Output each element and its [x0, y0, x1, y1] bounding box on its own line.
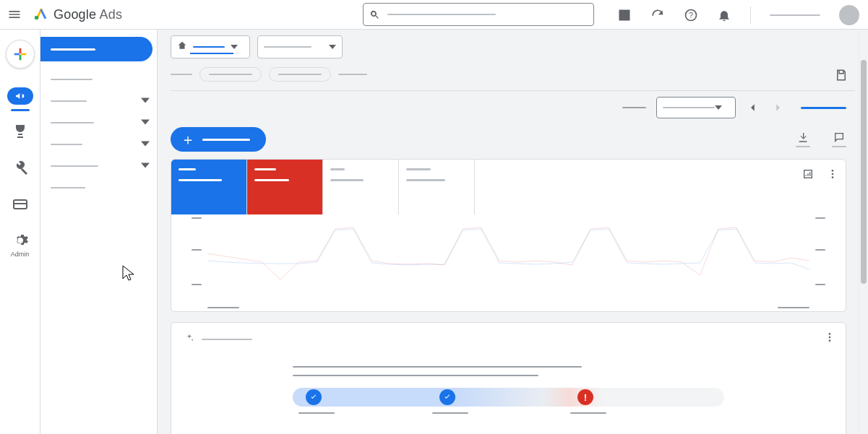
filter-chip[interactable] — [269, 67, 331, 82]
admin-label: Admin — [11, 251, 30, 258]
metric-value — [254, 179, 289, 181]
sidenav-item[interactable] — [40, 134, 157, 155]
date-prev-button[interactable] — [746, 99, 760, 116]
metric-tab-impr[interactable] — [247, 160, 323, 214]
scope-selector[interactable] — [257, 35, 343, 58]
performance-chart-card — [171, 159, 846, 312]
sidenav-item-label — [51, 187, 85, 188]
date-range-label — [663, 107, 715, 108]
svg-point-14 — [829, 337, 831, 339]
tools-nav[interactable] — [12, 160, 29, 177]
chevron-down-icon — [141, 160, 150, 173]
download-button[interactable] — [796, 131, 810, 147]
expand-chart-button[interactable] — [802, 168, 814, 183]
svg-point-13 — [829, 333, 831, 335]
y-tick — [815, 217, 825, 219]
filter-chip[interactable] — [199, 67, 262, 82]
chevron-down-icon — [715, 101, 722, 114]
card-menu-button[interactable] — [827, 168, 838, 183]
chart-series-clicks — [207, 229, 809, 269]
scrollbar-thumb[interactable] — [861, 60, 867, 284]
plus-multicolor-icon — [12, 46, 28, 62]
admin-nav[interactable]: Admin — [12, 232, 29, 258]
chevron-down-icon — [231, 40, 238, 53]
metric-tab-clicks[interactable] — [171, 160, 247, 214]
scope-row — [158, 30, 868, 58]
account-selector[interactable] — [171, 35, 250, 58]
sidenav-item[interactable] — [40, 90, 157, 112]
sidenav-item[interactable] — [40, 177, 157, 199]
search-icon — [369, 9, 380, 20]
workspace: ＋ — [158, 30, 868, 434]
active-tab-indicator — [801, 107, 846, 109]
appearance-button[interactable] — [617, 8, 632, 22]
vertical-scrollbar[interactable] — [859, 30, 868, 434]
metric-value — [179, 179, 222, 181]
sidenav-item-label — [51, 79, 93, 80]
account-avatar[interactable] — [839, 5, 859, 25]
stepper-subheading — [293, 375, 538, 376]
metric-tabs — [171, 160, 846, 214]
toolbar-label — [622, 107, 646, 108]
feedback-button[interactable] — [832, 131, 846, 147]
metric-tab-cost[interactable] — [399, 160, 475, 214]
card-actions — [802, 168, 838, 183]
svg-point-11 — [832, 173, 834, 175]
top-bar: Google Ads ? — [0, 0, 868, 30]
product-name: Google Ads — [53, 7, 122, 22]
search-input[interactable] — [363, 3, 594, 26]
goals-nav[interactable] — [12, 123, 29, 141]
help-button[interactable]: ? — [684, 8, 698, 22]
product-logo[interactable]: Google Ads — [33, 5, 122, 24]
sidenav-item-label — [51, 165, 98, 167]
chart-area — [171, 214, 846, 311]
svg-point-15 — [829, 339, 831, 342]
x-axis-label — [207, 307, 239, 308]
step-error-icon[interactable]: ! — [577, 389, 593, 405]
step-label — [570, 412, 606, 414]
step-complete-icon[interactable] — [439, 389, 455, 405]
date-next-button — [770, 99, 785, 116]
metric-tab-ctr[interactable] — [323, 160, 399, 214]
card-menu-button[interactable] — [824, 331, 835, 346]
trophy-icon — [12, 123, 29, 141]
chevron-down-icon — [141, 116, 150, 129]
home-icon — [177, 40, 187, 53]
svg-rect-8 — [14, 203, 27, 204]
step-label — [298, 412, 335, 414]
breadcrumb-item[interactable] — [171, 74, 192, 75]
stepper: ! — [293, 366, 724, 420]
gear-icon — [12, 232, 29, 249]
line-chart — [207, 214, 809, 287]
save-icon-button[interactable] — [835, 69, 848, 84]
card-icon — [12, 196, 29, 213]
nav-active-item[interactable] — [40, 37, 152, 61]
svg-point-12 — [832, 176, 834, 178]
billing-nav[interactable] — [12, 196, 29, 213]
main-menu-button[interactable] — [0, 7, 29, 22]
sidenav-item[interactable] — [40, 69, 157, 90]
sidenav-item[interactable] — [40, 112, 157, 134]
metric-label — [179, 168, 196, 170]
recommendation-card: ! — [171, 322, 846, 434]
create-button[interactable] — [6, 40, 35, 69]
refresh-button[interactable] — [650, 8, 665, 22]
sidenav-item[interactable] — [40, 155, 157, 177]
svg-text:?: ? — [689, 11, 693, 19]
step-labels — [293, 412, 724, 420]
notifications-button[interactable] — [717, 8, 731, 22]
new-campaign-button[interactable]: ＋ — [171, 127, 266, 152]
progress-track[interactable]: ! — [293, 388, 724, 407]
search-placeholder — [387, 14, 496, 15]
step-complete-icon[interactable] — [306, 389, 322, 405]
metric-label — [330, 168, 345, 170]
svg-point-0 — [35, 16, 39, 19]
y-tick — [192, 249, 202, 251]
campaigns-nav[interactable] — [7, 87, 33, 105]
account-selector-label — [193, 46, 225, 48]
metric-label — [406, 168, 431, 170]
y-tick — [815, 284, 825, 285]
date-range-selector[interactable] — [656, 97, 736, 118]
svg-rect-3 — [19, 48, 21, 53]
sparkle-icon — [184, 333, 194, 346]
